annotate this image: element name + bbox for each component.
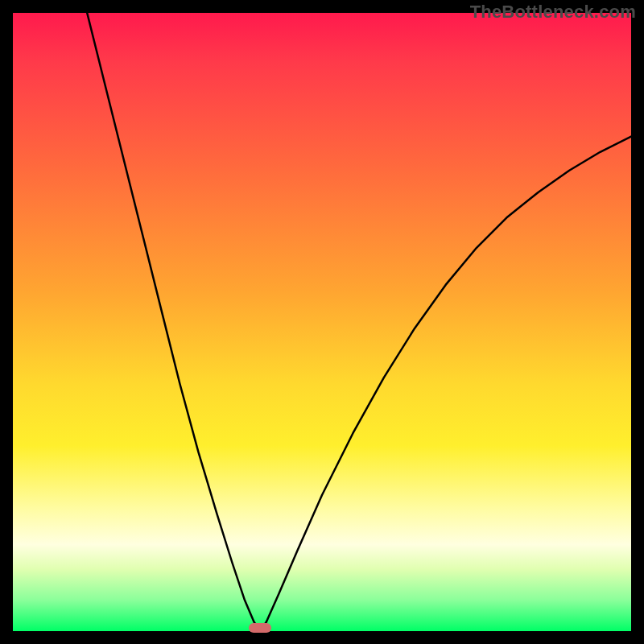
curve-svg: [13, 13, 631, 631]
minimum-marker: [249, 623, 271, 633]
curve-path: [87, 13, 631, 631]
plot-area: [13, 13, 631, 631]
chart-frame: [13, 13, 631, 631]
watermark-text: TheBottleneck.com: [470, 2, 636, 23]
